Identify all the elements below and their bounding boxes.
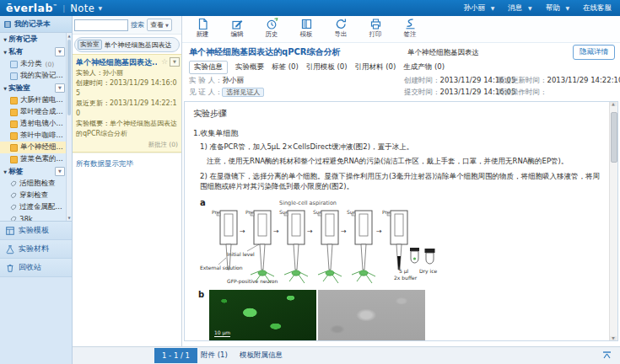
edit-pencil-icon: [231, 18, 244, 30]
sidebar-item-materials[interactable]: 实验材料: [0, 240, 72, 259]
notebook-icon: [10, 97, 18, 104]
sign-button[interactable]: 签注: [398, 18, 422, 42]
button-label: 模板: [300, 30, 313, 39]
chevron-down-icon: ▼: [165, 23, 169, 28]
sidebar-tag-transition-metal[interactable]: 过渡金属配...: [0, 201, 67, 213]
section-menu-button[interactable]: ▼: [55, 83, 65, 93]
step-1: 1) 准备PCR管，加入5μL 2×CellsDirect缓冲液(图2)，置于冰…: [200, 142, 602, 153]
sidebar-item-caffeine[interactable]: 茶叶中咖啡... (2): [0, 130, 67, 142]
tab-tags[interactable]: 标签 (0): [272, 62, 299, 72]
chevron-down-icon[interactable]: ▼: [98, 5, 102, 11]
sidebar-item-single-neuron-selected[interactable]: 单个神经细... (1): [0, 142, 67, 153]
button-label: 新建: [197, 30, 209, 39]
dic-image-1: [318, 290, 425, 340]
notebook-icon: [10, 120, 18, 128]
print-button[interactable]: 打印: [364, 18, 387, 42]
tab-experiment-summary[interactable]: 实验概要: [235, 62, 264, 72]
card-menu-button[interactable]: ▼: [170, 57, 180, 67]
tag-icon: [10, 204, 17, 211]
sidebar-item-templates[interactable]: 实验模板: [0, 222, 72, 240]
button-label: 打印: [369, 30, 382, 39]
template-info-tab[interactable]: 模板附属信息: [240, 347, 283, 364]
svg-text:GFP-positive neuron: GFP-positive neuron: [227, 278, 278, 285]
sidebar-item-tem[interactable]: 透射电镜小... (0): [0, 118, 67, 130]
card-updated: 最近更新：2013/11/29 14:22:10: [76, 99, 178, 119]
new-button[interactable]: 新建: [191, 18, 214, 42]
sidebar-item-ecoli[interactable]: 大肠杆菌电... (5): [0, 94, 67, 106]
choose-witness-button[interactable]: 选择见证人: [222, 88, 264, 97]
notebook-icon: [10, 72, 18, 80]
section-menu-button[interactable]: ▼: [55, 47, 65, 56]
button-label: 导出: [335, 30, 348, 39]
sidebar-item-recycle-bin[interactable]: 回收站: [0, 259, 72, 277]
collapse-panel-icon[interactable]: [602, 351, 612, 360]
chevron-down-icon: ▼: [528, 5, 532, 11]
sidebar-tag-38k[interactable]: 38k: [0, 213, 67, 221]
item-label: 实验材料: [19, 244, 49, 254]
item-label: 活细胞检查: [19, 179, 56, 189]
help-menu[interactable]: 帮助 ▼: [546, 3, 569, 13]
view-dropdown-button[interactable]: 查看▼: [147, 19, 172, 31]
hide-details-button[interactable]: 隐藏详情: [573, 45, 615, 60]
scroll-up-icon[interactable]: ▲: [67, 34, 72, 38]
my-notebooks-header[interactable]: 我的记录本: [0, 16, 72, 33]
materials-icon: [5, 244, 15, 254]
search-input[interactable]: [74, 19, 128, 31]
scroll-up-icon[interactable]: ▲: [610, 102, 617, 106]
scroll-down-icon[interactable]: ▼: [610, 336, 617, 340]
printer-icon: [369, 18, 382, 30]
user-menu[interactable]: 孙小丽 ▼: [464, 3, 495, 13]
scrollbar-thumb[interactable]: [611, 112, 617, 163]
sidebar-item-spinach-pigment[interactable]: 菠菜色素的... (1): [0, 153, 67, 165]
section-menu-button[interactable]: ▼: [55, 167, 65, 176]
notebook-tree: ▼ 所有记录 ▼ 私有 ▼ 未分类 (0) 我的实验记... (1) ▼ 实验室…: [0, 33, 67, 221]
content-scrollbar[interactable]: ▲ ▼: [609, 102, 617, 340]
experiment-card-selected[interactable]: 单个神经细胞基因表达... ☆ ▼ 实验人：孙小丽 创建时间：2013/11/2…: [73, 54, 181, 153]
sidebar-section-tags[interactable]: ▼ 标签 ▼: [0, 165, 67, 178]
item-label: 穿刺检查: [19, 190, 48, 201]
sidebar-item-synthesis[interactable]: 翠叶唑合成... (7): [0, 106, 67, 118]
tab-products[interactable]: 生成产物 (0): [403, 62, 445, 72]
svg-text:Single-cell aspiration: Single-cell aspiration: [279, 200, 337, 206]
history-button[interactable]: 历史: [260, 18, 283, 42]
sidebar-section-lab[interactable]: ▼ 实验室 ▼: [0, 82, 67, 94]
sidebar-tag-puncture[interactable]: 穿刺检查: [0, 190, 67, 201]
search-button[interactable]: 搜索: [131, 20, 144, 29]
section-label: 私有: [8, 47, 23, 57]
export-button[interactable]: 导出: [329, 18, 353, 42]
template-button[interactable]: 模板: [294, 18, 318, 42]
messages-menu[interactable]: 消息 ▼: [508, 3, 531, 13]
card-annotations-count[interactable]: 新批注 (0): [76, 141, 178, 149]
sidebar-tag-live-cell[interactable]: 活细胞检查: [0, 178, 67, 190]
trademark: ™: [53, 3, 57, 8]
microscopy-grid: 10 μm: [209, 290, 425, 342]
tab-referenced-templates[interactable]: 引用模板 (0): [306, 62, 348, 72]
experiment-card-title[interactable]: 单个神经细胞基因表达...: [76, 57, 157, 68]
breadcrumb: 实验室 单个神经细胞基因表达: [74, 37, 180, 52]
steps-heading: 实验步骤: [193, 108, 602, 120]
sidebar-item-my-experiments[interactable]: 我的实验记... (1): [0, 70, 67, 82]
sidebar-item-uncategorized[interactable]: 未分类 (0): [0, 58, 67, 70]
list-end-note: 所有数据显示完毕: [73, 153, 181, 175]
witness-field: 见 证 人：选择见证人: [189, 88, 264, 98]
item-label: 38k: [19, 215, 33, 221]
detail-tabs: 实验信息 实验概要 标签 (0) 引用模板 (0) 引用材料 (0) 生成产物 …: [182, 60, 620, 74]
tab-referenced-materials[interactable]: 引用材料 (0): [355, 62, 396, 72]
sidebar-scrollbar[interactable]: ▲ ▼: [66, 33, 72, 221]
attachments-tab[interactable]: 附件 (1): [201, 347, 228, 364]
bottom-bar: 1 - 1 / 1 附件 (1) 模板附属信息: [73, 346, 620, 364]
item-label: 回收站: [19, 262, 41, 273]
scrollbar-thumb[interactable]: [67, 40, 71, 115]
edit-button[interactable]: 编辑: [225, 18, 249, 42]
chevron-down-icon: ▼: [3, 169, 7, 174]
sidebar-section-private[interactable]: ▼ 私有 ▼: [0, 46, 67, 58]
scroll-down-icon[interactable]: ▼: [67, 216, 72, 220]
template-icon: [5, 226, 15, 236]
star-icon[interactable]: ☆: [161, 57, 168, 66]
sidebar: 我的记录本 ▼ 所有记录 ▼ 私有 ▼ 未分类 (0) 我的实验记... (1)…: [0, 16, 73, 364]
online-support-link[interactable]: 在线客服: [583, 3, 612, 13]
sidebar-section-all-records[interactable]: ▼ 所有记录: [0, 33, 67, 46]
pagination[interactable]: 1 - 1 / 1: [154, 348, 197, 363]
tab-experiment-info[interactable]: 实验信息: [189, 61, 228, 74]
my-notebooks-label: 我的记录本: [14, 19, 51, 29]
